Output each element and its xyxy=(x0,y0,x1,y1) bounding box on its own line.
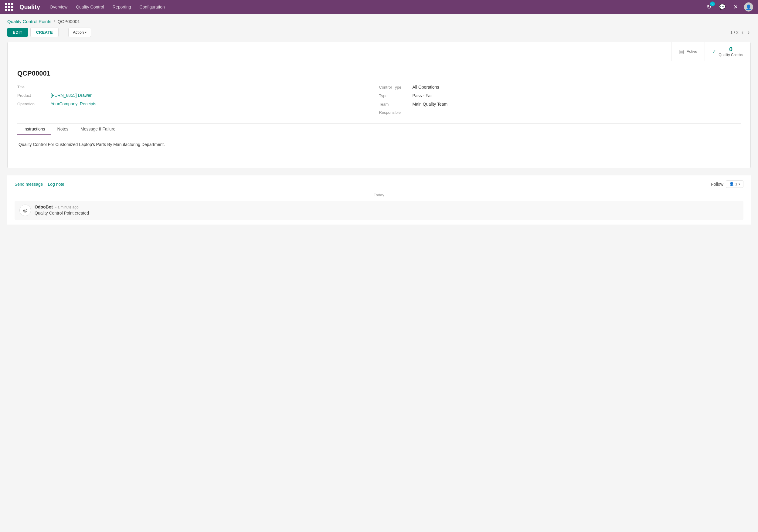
app-brand: Quality xyxy=(19,4,40,11)
followers-person-icon: 👤 xyxy=(729,182,734,186)
tabs-wrapper: Instructions Notes Message If Failure Qu… xyxy=(17,123,741,159)
action-chevron-icon: ▾ xyxy=(85,31,86,34)
chatter: Send message Log note Follow 👤 1 ▾ Today… xyxy=(7,176,751,224)
field-operation: Operation YourCompany: Receipts xyxy=(17,101,379,106)
divider-date-text: Today xyxy=(374,193,384,197)
fields-left: Title Product [FURN_8855] Drawer Operati… xyxy=(17,85,379,115)
edit-button[interactable]: EDIT xyxy=(7,28,28,37)
grid-menu-icon[interactable] xyxy=(5,3,13,11)
fields-right: Control Type All Operations Type Pass - … xyxy=(379,85,741,115)
nav-overview[interactable]: Overview xyxy=(46,3,71,11)
breadcrumb-separator: / xyxy=(54,19,55,24)
message-body: OdooBot - a minute ago Quality Control P… xyxy=(35,205,89,216)
message-avatar: ☺ xyxy=(19,205,31,216)
field-operation-value[interactable]: YourCompany: Receipts xyxy=(51,101,96,106)
quality-checks-button[interactable]: ✓ 0 Quality Checks xyxy=(705,42,750,61)
field-type: Type Pass - Fail xyxy=(379,93,741,98)
message-header: OdooBot - a minute ago xyxy=(35,205,89,210)
breadcrumb-current: QCP00001 xyxy=(57,19,80,24)
tab-message-if-failure[interactable]: Message If Failure xyxy=(74,123,121,135)
odobot-avatar-icon: ☺ xyxy=(22,207,28,214)
card-body: QCP00001 Title Product [FURN_8855] Drawe… xyxy=(8,61,750,168)
record-id: QCP00001 xyxy=(17,70,741,77)
navbar-actions: ↻ 9 💬 ✕ 👤 xyxy=(704,2,753,12)
field-type-value: Pass - Fail xyxy=(413,93,432,98)
nav-reporting[interactable]: Reporting xyxy=(109,3,135,11)
navbar: Quality Overview Quality Control Reporti… xyxy=(0,0,758,14)
followers-badge[interactable]: 👤 1 ▾ xyxy=(726,180,743,188)
app-name: Quality xyxy=(19,4,40,11)
action-button[interactable]: Action ▾ xyxy=(68,28,91,37)
message-text: Quality Control Point created xyxy=(35,211,89,216)
active-status-button[interactable]: ▤ Active xyxy=(672,42,705,61)
field-team-value: Main Quality Team xyxy=(413,102,448,107)
field-team-label: Team xyxy=(379,102,413,107)
toolbar: EDIT CREATE Action ▾ 1 / 2 ‹ › xyxy=(7,28,751,37)
chatter-date-divider: Today xyxy=(15,193,743,197)
follow-button[interactable]: Follow xyxy=(711,182,723,187)
field-responsible: Responsible xyxy=(379,110,741,115)
pager-prev-button[interactable]: ‹ xyxy=(741,28,745,36)
active-label: Active xyxy=(687,49,697,54)
nav-configuration[interactable]: Configuration xyxy=(136,3,168,11)
notification-badge: 9 xyxy=(710,2,715,6)
instructions-text: Quality Control For Customized Laptop's … xyxy=(18,142,165,147)
followers-count: 1 xyxy=(735,182,737,186)
nav-menu: Overview Quality Control Reporting Confi… xyxy=(46,3,698,11)
chatter-follow: Follow 👤 1 ▾ xyxy=(711,180,743,188)
create-button[interactable]: CREATE xyxy=(30,28,58,37)
quality-checks-label: Quality Checks xyxy=(718,53,743,57)
field-type-label: Type xyxy=(379,93,413,98)
pager: 1 / 2 ‹ › xyxy=(730,28,751,36)
action-label: Action xyxy=(73,30,84,35)
field-responsible-label: Responsible xyxy=(379,110,413,115)
active-icon: ▤ xyxy=(679,48,684,55)
refresh-icon[interactable]: ↻ 9 xyxy=(704,2,714,12)
field-product-value[interactable]: [FURN_8855] Drawer xyxy=(51,93,92,98)
field-title-label: Title xyxy=(17,85,51,89)
chatter-actions: Send message Log note Follow 👤 1 ▾ xyxy=(15,180,743,188)
field-control-type-value: All Operations xyxy=(413,85,439,89)
field-operation-label: Operation xyxy=(17,102,51,106)
field-control-type: Control Type All Operations xyxy=(379,85,741,89)
chatter-message: ☺ OdooBot - a minute ago Quality Control… xyxy=(15,201,743,220)
fields-grid: Title Product [FURN_8855] Drawer Operati… xyxy=(17,85,741,115)
main-card: ▤ Active ✓ 0 Quality Checks QCP00001 Tit… xyxy=(7,42,751,168)
field-product-label: Product xyxy=(17,93,51,98)
breadcrumb-parent[interactable]: Quality Control Points xyxy=(7,19,51,24)
tabs-nav: Instructions Notes Message If Failure xyxy=(17,123,741,135)
tab-instructions[interactable]: Instructions xyxy=(17,123,51,135)
message-time: - a minute ago xyxy=(55,205,79,210)
field-team: Team Main Quality Team xyxy=(379,102,741,107)
pager-text: 1 / 2 xyxy=(730,30,739,35)
message-time-text: a minute ago xyxy=(57,205,78,210)
field-control-type-label: Control Type xyxy=(379,85,413,89)
checkmark-icon: ✓ xyxy=(712,49,716,54)
log-note-button[interactable]: Log note xyxy=(48,182,64,187)
pager-next-button[interactable]: › xyxy=(746,28,751,36)
chat-icon[interactable]: 💬 xyxy=(717,2,727,12)
tab-content-instructions: Quality Control For Customized Laptop's … xyxy=(17,135,741,159)
tab-notes[interactable]: Notes xyxy=(51,123,75,135)
message-author: OdooBot xyxy=(35,205,53,210)
followers-chevron-icon: ▾ xyxy=(739,183,740,186)
close-icon[interactable]: ✕ xyxy=(731,2,741,12)
send-message-button[interactable]: Send message xyxy=(15,182,43,187)
breadcrumb: Quality Control Points / QCP00001 xyxy=(7,19,751,24)
field-title: Title xyxy=(17,85,379,89)
page-wrapper: Quality Control Points / QCP00001 EDIT C… xyxy=(0,14,758,532)
field-product: Product [FURN_8855] Drawer xyxy=(17,93,379,98)
card-header: ▤ Active ✓ 0 Quality Checks xyxy=(8,42,750,61)
user-avatar[interactable]: 👤 xyxy=(744,2,753,12)
quality-checks-count: 0 xyxy=(729,46,733,53)
nav-quality-control[interactable]: Quality Control xyxy=(72,3,108,11)
